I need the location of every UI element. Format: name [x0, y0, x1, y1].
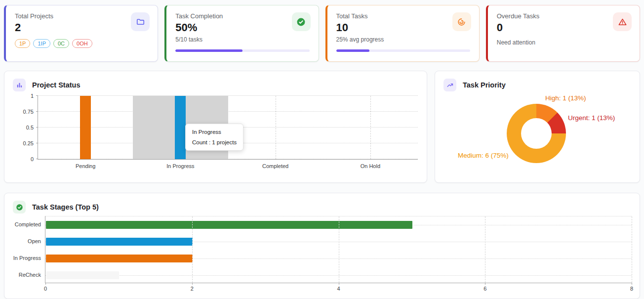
- progress-fill: [336, 49, 370, 52]
- bar-open[interactable]: [46, 238, 193, 246]
- tooltip-value: Count : 1 projects: [192, 139, 237, 145]
- x-category-label: Completed: [262, 163, 288, 169]
- x-category-label: Pending: [76, 163, 95, 169]
- y-tick-label: 0.75: [23, 109, 34, 115]
- x-tick-label: 0: [44, 286, 47, 292]
- trending-up-icon: [443, 79, 456, 91]
- bar-completed[interactable]: [46, 221, 412, 229]
- chart-tooltip: In Progress Count : 1 projects: [185, 124, 243, 151]
- stat-value: 2: [15, 21, 149, 34]
- badge-completed: 0C: [53, 39, 69, 48]
- task-stages-card: Task Stages (Top 5) CompletedOpenIn Prog…: [4, 193, 640, 299]
- card-title: Task Stages (Top 5): [32, 203, 99, 211]
- stat-card-total-tasks: Total Tasks 10 25% avg progress: [325, 5, 480, 62]
- alert-triangle-icon: [613, 12, 632, 31]
- category-label-completed: Completed: [9, 221, 41, 228]
- stat-card-task-completion: Task Completion 50% 5/10 tasks: [164, 5, 319, 62]
- charts-row: Project Status 00.250.50.751PendingIn Pr…: [4, 71, 640, 183]
- y-tick-label: 0.5: [26, 125, 34, 130]
- gridline: [38, 111, 418, 112]
- x-category-label: In Progress: [166, 163, 194, 169]
- x-category-label: On Hold: [361, 163, 380, 169]
- stat-card-total-projects: Total Projects 2 1P 1IP 0C 0OH: [4, 5, 158, 62]
- y-tick-label: 1: [31, 93, 34, 99]
- stat-subtitle: 5/10 tasks: [175, 36, 309, 43]
- stat-value: 50%: [175, 21, 309, 34]
- check-circle-icon: [13, 201, 26, 214]
- check-circle-icon: [292, 12, 311, 31]
- category-gridline: [276, 96, 276, 159]
- x-tick-label: 6: [483, 286, 486, 292]
- task-stages-chart[interactable]: CompletedOpenIn ProgressReCheck02468: [45, 216, 632, 283]
- bar-in-progress[interactable]: [46, 255, 193, 262]
- x-gridline: [192, 216, 193, 283]
- project-status-card: Project Status 00.250.50.751PendingIn Pr…: [4, 71, 427, 183]
- category-label-open: Open: [9, 238, 41, 245]
- x-tick-label: 4: [337, 286, 340, 292]
- completion-progress-bar: [175, 49, 309, 52]
- gridline: [38, 159, 418, 159]
- task-priority-donut[interactable]: [507, 104, 566, 163]
- stats-row: Total Projects 2 1P 1IP 0C 0OH Task Comp…: [4, 5, 640, 62]
- y-tick: [36, 127, 38, 128]
- dashboard-page: Total Projects 2 1P 1IP 0C 0OH Task Comp…: [0, 0, 644, 299]
- x-gridline: [339, 216, 339, 283]
- bar-recheck[interactable]: [46, 271, 119, 279]
- badge-in-progress: 1IP: [33, 39, 50, 48]
- badge-pending: 1P: [15, 39, 30, 48]
- x-gridline: [485, 216, 485, 283]
- stat-subtitle: 25% avg progress: [336, 36, 470, 43]
- y-tick: [36, 143, 38, 143]
- stat-label: Task Completion: [175, 12, 309, 20]
- project-status-header: Project Status: [4, 71, 427, 91]
- badge-on-hold: 0OH: [72, 39, 92, 48]
- card-title: Task Priority: [463, 81, 506, 89]
- stat-value: 10: [336, 21, 470, 34]
- task-stages-header: Task Stages (Top 5): [4, 193, 640, 214]
- spiral-target-icon: [452, 12, 471, 31]
- x-tick-label: 8: [630, 286, 633, 292]
- y-tick: [36, 159, 38, 159]
- project-status-chart[interactable]: 00.250.50.751PendingIn ProgressCompleted…: [38, 96, 418, 160]
- donut-label-high: High: 1 (13%): [545, 94, 586, 102]
- bar-chart-icon: [13, 79, 26, 91]
- x-tick: [45, 283, 46, 285]
- tooltip-category: In Progress: [192, 129, 237, 135]
- y-tick-label: 0.25: [23, 140, 34, 146]
- project-count-badges: 1P 1IP 0C 0OH: [15, 39, 149, 48]
- stat-label: Overdue Tasks: [497, 12, 631, 20]
- task-priority-card: Task Priority High: 1 (13%) Urgent: 1 (1…: [435, 71, 640, 183]
- category-label-recheck: ReCheck: [9, 272, 41, 278]
- stat-value: 0: [497, 21, 631, 34]
- task-priority-header: Task Priority: [435, 71, 640, 91]
- stat-label: Total Projects: [15, 12, 149, 20]
- x-tick: [485, 283, 485, 285]
- y-tick-label: 0: [31, 156, 34, 162]
- category-gridline: [370, 96, 371, 159]
- y-tick: [36, 111, 38, 112]
- x-tick: [632, 283, 632, 285]
- category-label-in-progress: In Progress: [9, 255, 41, 261]
- progress-fill: [175, 49, 242, 52]
- y-tick: [36, 95, 38, 96]
- stat-subtitle: Need attention: [497, 39, 631, 46]
- avg-progress-bar: [336, 49, 470, 52]
- stat-card-overdue-tasks: Overdue Tasks 0 Need attention: [486, 5, 640, 62]
- stat-label: Total Tasks: [336, 12, 470, 20]
- bar-pending[interactable]: [80, 96, 91, 159]
- x-tick: [339, 283, 339, 285]
- x-gridline: [632, 216, 632, 283]
- x-tick: [192, 283, 193, 285]
- card-title: Project Status: [32, 81, 80, 89]
- donut-label-urgent: Urgent: 1 (13%): [568, 114, 615, 122]
- folder-icon: [131, 12, 150, 31]
- bar-in-progress[interactable]: [175, 96, 186, 159]
- gridline: [38, 95, 418, 96]
- x-tick-label: 2: [191, 286, 194, 292]
- donut-label-medium: Medium: 6 (75%): [458, 152, 509, 159]
